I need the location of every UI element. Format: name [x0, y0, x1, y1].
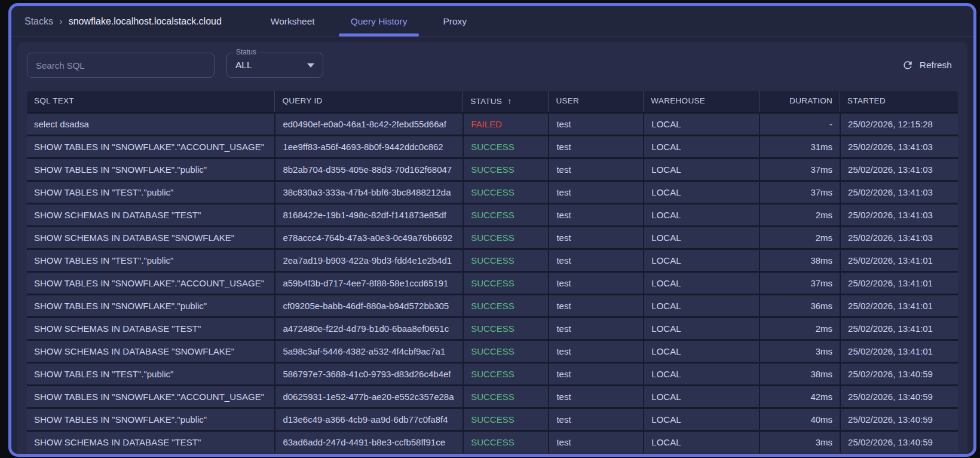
cell-user: test	[548, 273, 643, 294]
cell-started: 25/02/2026, 13:41:01	[840, 318, 958, 339]
cell-started: 25/02/2026, 13:40:59	[840, 386, 958, 407]
cell-status: SUCCESS	[463, 409, 548, 430]
cell-warehouse: LOCAL	[643, 432, 758, 453]
cell-status: SUCCESS	[463, 432, 548, 453]
cell-user: test	[548, 432, 643, 453]
cell-query_id: 8168422e-19b1-498c-82df-f141873e85df	[274, 204, 463, 225]
refresh-button[interactable]: Refresh	[896, 56, 958, 75]
cell-query_id: e78accc4-764b-47a3-a0e3-0c49a76b6692	[274, 227, 463, 248]
column-label: STATUS	[470, 97, 502, 106]
cell-user: test	[548, 386, 643, 407]
cell-sql: SHOW SCHEMAS IN DATABASE "SNOWFLAKE"	[27, 227, 274, 248]
cell-status: SUCCESS	[463, 318, 548, 339]
table-row[interactable]: SHOW TABLES IN "TEST"."public"38c830a3-3…	[27, 180, 958, 203]
content-area: Status ALL Refresh SQL TEXTQUERY IDSTATU…	[11, 37, 973, 454]
cell-query_id: d13e6c49-a366-4cb9-aa9d-6db77c0fa8f4	[274, 409, 463, 430]
cell-duration: 38ms	[759, 250, 840, 271]
column-header-user[interactable]: USER	[548, 91, 643, 112]
cell-status: SUCCESS	[463, 273, 548, 294]
cell-started: 25/02/2026, 13:40:59	[840, 364, 958, 384]
cell-user: test	[548, 182, 643, 203]
column-header-started[interactable]: STARTED	[840, 91, 958, 112]
cell-user: test	[548, 409, 643, 430]
cell-sql: SHOW SCHEMAS IN DATABASE "TEST"	[27, 204, 274, 225]
cell-started: 25/02/2026, 13:41:01	[840, 295, 958, 316]
cell-query_id: ed0490ef-e0a0-46a1-8c42-2febd55d66af	[274, 114, 463, 135]
cell-started: 25/02/2026, 13:41:03	[840, 204, 958, 225]
table-row[interactable]: SHOW TABLES IN "SNOWFLAKE"."public"cf092…	[27, 294, 958, 316]
sort-ascending-icon: ↑	[507, 96, 512, 106]
status-filter-value: ALL	[235, 60, 252, 71]
table-row[interactable]: SHOW TABLES IN "SNOWFLAKE"."public"d13e6…	[27, 407, 958, 430]
cell-duration: 2ms	[759, 204, 840, 225]
refresh-icon	[902, 59, 914, 71]
cell-warehouse: LOCAL	[643, 136, 758, 157]
top-navigation-bar: Stacks › snowflake.localhost.localstack.…	[11, 6, 973, 37]
table-row[interactable]: SHOW TABLES IN "SNOWFLAKE"."ACCOUNT_USAG…	[27, 271, 958, 294]
cell-query_id: 1ee9ff83-a56f-4693-8b0f-9442ddc0c862	[274, 136, 463, 157]
cell-user: test	[548, 114, 643, 135]
cell-warehouse: LOCAL	[643, 159, 758, 180]
cell-duration: 3ms	[759, 341, 840, 362]
cell-warehouse: LOCAL	[643, 409, 758, 430]
cell-duration: 37ms	[759, 159, 840, 180]
table-row[interactable]: SHOW TABLES IN "TEST"."public"586797e7-3…	[27, 362, 958, 384]
cell-started: 25/02/2026, 13:41:01	[840, 273, 958, 294]
breadcrumb-stacks-link[interactable]: Stacks	[24, 16, 53, 27]
table-row[interactable]: SHOW SCHEMAS IN DATABASE "SNOWFLAKE"5a98…	[27, 339, 958, 362]
column-header-duration[interactable]: DURATION	[759, 91, 840, 112]
tab-proxy[interactable]: Proxy	[425, 6, 485, 36]
cell-query_id: cf09205e-babb-46df-880a-b94d572bb305	[274, 295, 463, 316]
cell-started: 25/02/2026, 13:41:03	[840, 227, 958, 248]
cell-warehouse: LOCAL	[643, 341, 758, 362]
column-header-query_id[interactable]: QUERY ID	[274, 91, 463, 112]
cell-warehouse: LOCAL	[643, 364, 758, 384]
cell-query_id: a59b4f3b-d717-4ee7-8f88-58e1ccd65191	[274, 273, 463, 294]
search-input[interactable]	[27, 53, 215, 78]
breadcrumb-current-stack: snowflake.localhost.localstack.cloud	[69, 16, 222, 27]
cell-user: test	[548, 204, 643, 225]
cell-started: 25/02/2026, 13:40:59	[840, 409, 958, 430]
status-filter-label: Status	[233, 48, 259, 56]
tab-query-history[interactable]: Query History	[333, 6, 425, 36]
cell-status: SUCCESS	[463, 386, 548, 407]
cell-user: test	[548, 364, 643, 384]
cell-started: 25/02/2026, 12:15:28	[840, 114, 958, 135]
table-row[interactable]: SHOW TABLES IN "SNOWFLAKE"."ACCOUNT_USAG…	[27, 135, 958, 157]
cell-user: test	[548, 136, 643, 157]
tab-worksheet[interactable]: Worksheet	[253, 6, 333, 36]
table-row[interactable]: SHOW SCHEMAS IN DATABASE "SNOWFLAKE"e78a…	[27, 225, 958, 248]
cell-warehouse: LOCAL	[643, 386, 758, 407]
cell-query_id: 2ea7ad19-b903-422a-9bd3-fdd4e1e2b4d1	[274, 250, 463, 271]
cell-user: test	[548, 295, 643, 316]
cell-warehouse: LOCAL	[643, 204, 758, 225]
table-header: SQL TEXTQUERY IDSTATUS↑USERWAREHOUSEDURA…	[27, 91, 958, 112]
cell-query_id: d0625931-1e52-477b-ae20-e552c357e28a	[274, 386, 463, 407]
cell-status: SUCCESS	[463, 295, 548, 316]
cell-sql: SHOW TABLES IN "TEST"."public"	[27, 182, 274, 203]
cell-started: 25/02/2026, 13:41:03	[840, 136, 958, 157]
cell-duration: 36ms	[759, 295, 840, 316]
table-row[interactable]: SHOW TABLES IN "SNOWFLAKE"."public"8b2ab…	[27, 157, 958, 180]
table-row[interactable]: SHOW SCHEMAS IN DATABASE "TEST"63ad6add-…	[27, 430, 958, 453]
cell-user: test	[548, 227, 643, 248]
table-row[interactable]: SHOW TABLES IN "SNOWFLAKE"."ACCOUNT_USAG…	[27, 384, 958, 407]
cell-status: SUCCESS	[463, 250, 548, 271]
table-row[interactable]: select dsadsaed0490ef-e0a0-46a1-8c42-2fe…	[27, 112, 958, 135]
column-header-status[interactable]: STATUS↑	[463, 91, 548, 112]
cell-duration: 38ms	[759, 364, 840, 384]
table-row[interactable]: SHOW SCHEMAS IN DATABASE "TEST"a472480e-…	[27, 316, 958, 339]
table-row[interactable]: SHOW SCHEMAS IN DATABASE "TEST"8168422e-…	[27, 203, 958, 225]
cell-started: 25/02/2026, 13:41:01	[840, 250, 958, 271]
cell-sql: SHOW TABLES IN "TEST"."public"	[27, 250, 274, 271]
cell-warehouse: LOCAL	[643, 318, 758, 339]
cell-started: 25/02/2026, 13:41:03	[840, 159, 958, 180]
status-filter-select[interactable]: Status ALL	[226, 53, 323, 78]
cell-status: SUCCESS	[463, 204, 548, 225]
column-header-sql[interactable]: SQL TEXT	[27, 91, 274, 112]
cell-started: 25/02/2026, 13:40:59	[840, 432, 958, 453]
column-label: QUERY ID	[282, 96, 322, 105]
cell-user: test	[548, 318, 643, 339]
column-header-warehouse[interactable]: WAREHOUSE	[643, 91, 758, 112]
table-row[interactable]: SHOW TABLES IN "TEST"."public"2ea7ad19-b…	[27, 248, 958, 271]
